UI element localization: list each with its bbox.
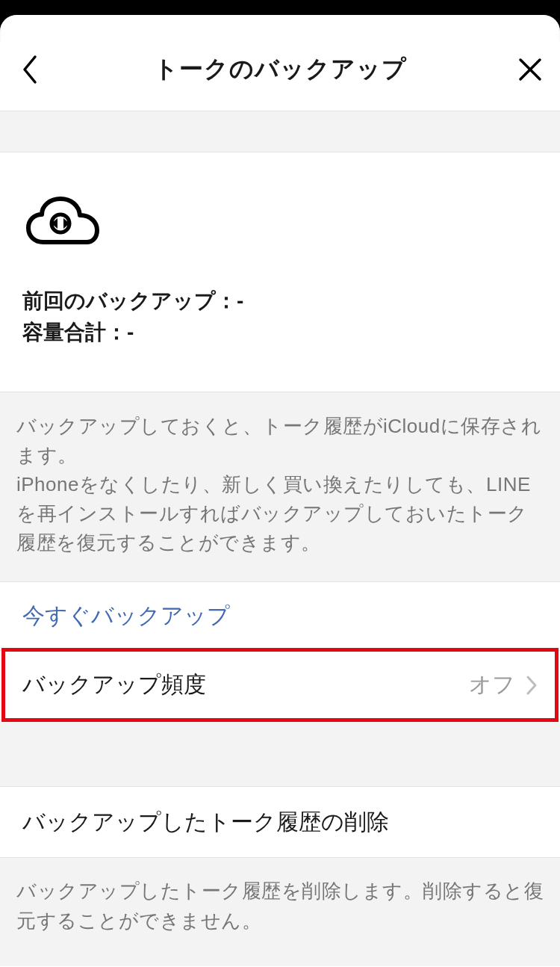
last-backup-label: 前回のバックアップ： (22, 289, 237, 312)
section-gap (0, 719, 560, 786)
page-title: トークのバックアップ (154, 53, 407, 86)
section-gap (0, 111, 560, 152)
last-backup-row: 前回のバックアップ：- (22, 285, 538, 317)
total-size-label: 容量合計： (22, 321, 127, 344)
backup-frequency-label: バックアップ頻度 (22, 670, 206, 700)
last-backup-value: - (237, 289, 243, 312)
backup-frequency-value: オフ (469, 670, 515, 700)
cloud-sync-icon (22, 193, 103, 250)
backup-status-section: 前回のバックアップ：- 容量合計：- (0, 152, 560, 392)
close-button[interactable] (500, 28, 560, 111)
total-size-value: - (127, 321, 134, 344)
chevron-right-icon (526, 675, 538, 696)
close-icon (517, 56, 544, 83)
delete-backup-label: バックアップしたトーク履歴の削除 (22, 807, 389, 838)
back-button[interactable] (0, 28, 60, 111)
delete-description: バックアップしたトーク履歴を削除します。削除すると復元することができません。 (0, 858, 560, 966)
description-line-2: iPhoneをなくしたり、新しく買い換えたりしても、LINEを再インストールすれ… (16, 470, 544, 557)
total-size-row: 容量合計：- (22, 317, 538, 348)
chevron-left-icon (20, 54, 40, 85)
delete-backup-row[interactable]: バックアップしたトーク履歴の削除 (0, 786, 560, 858)
header: トークのバックアップ (0, 28, 560, 111)
status-bar (0, 0, 560, 15)
backup-frequency-row[interactable]: バックアップ頻度 オフ (0, 650, 560, 719)
backup-now-label: 今すぐバックアップ (22, 601, 230, 631)
backup-description: バックアップしておくと、トーク履歴がiCloudに保存されます。 iPhoneを… (0, 392, 560, 581)
backup-now-button[interactable]: 今すぐバックアップ (0, 581, 560, 650)
description-line-1: バックアップしておくと、トーク履歴がiCloudに保存されます。 (16, 412, 544, 470)
